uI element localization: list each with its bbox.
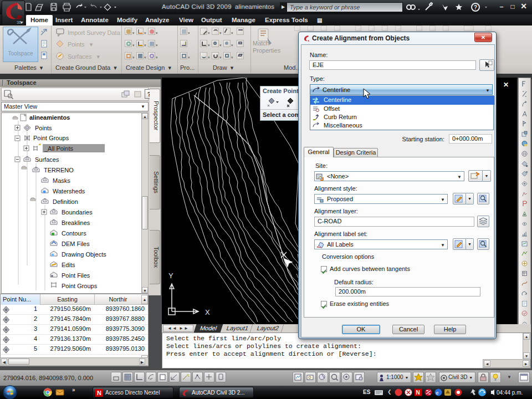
svg-text:Masks: Masks [53, 177, 70, 184]
svg-text:DEM Files: DEM Files [62, 241, 90, 247]
svg-text:alineamientos: alineamientos [29, 114, 70, 121]
svg-text:?: ? [474, 4, 477, 11]
svg-text:Breaklines: Breaklines [62, 219, 90, 226]
svg-text:Y: Y [168, 272, 173, 280]
svg-text:Definition: Definition [53, 198, 78, 205]
svg-text:Point Groups: Point Groups [33, 135, 69, 141]
svg-text:Contours: Contours [62, 230, 86, 237]
svg-text:Watersheds: Watersheds [53, 188, 85, 195]
svg-text:Drawing Objects: Drawing Objects [62, 251, 106, 258]
svg-text:Point Groups: Point Groups [62, 283, 98, 289]
svg-text:_All Points: _All Points [44, 145, 73, 152]
svg-text:X: X [205, 308, 210, 316]
svg-text:Surfaces: Surfaces [35, 156, 59, 163]
svg-text:Points: Points [35, 125, 52, 131]
svg-text:N: N [416, 390, 420, 396]
svg-text:Point Files: Point Files [62, 272, 90, 279]
svg-text:TERRENO: TERRENO [44, 167, 74, 173]
svg-text:e: e [436, 389, 439, 396]
svg-text:Edits: Edits [62, 262, 75, 268]
svg-text:Boundaries: Boundaries [62, 209, 93, 216]
